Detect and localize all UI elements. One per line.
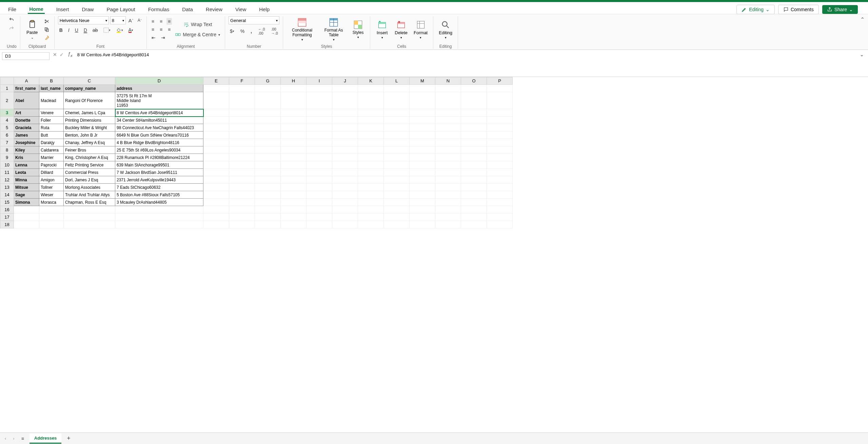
align-right-button[interactable]: ≡ [166,26,172,33]
cell[interactable] [332,132,358,139]
cell[interactable] [307,161,332,169]
row-header-7[interactable]: 7 [0,139,14,146]
cell[interactable] [435,132,461,139]
wrap-text-button[interactable]: Wrap Text [174,21,221,28]
ribbon-tab-help[interactable]: Help [258,5,271,14]
format-as-table-button[interactable]: Format As Table▾ [320,17,348,42]
cell[interactable] [358,117,384,124]
cell[interactable] [410,206,435,214]
cell[interactable]: 34 Center StHamilton45011 [115,117,203,124]
fill-color-button[interactable]: ▾ [115,27,124,34]
cell[interactable] [115,214,203,221]
cell[interactable] [435,161,461,169]
cell[interactable] [358,161,384,169]
cell[interactable]: Ruta [39,124,64,132]
row-header-17[interactable]: 17 [0,214,14,221]
cell[interactable] [384,146,410,154]
font-color-button[interactable]: A▾ [127,26,135,34]
cell[interactable] [435,221,461,228]
col-header-P[interactable]: P [487,77,513,85]
cell[interactable] [410,117,435,124]
cell[interactable] [435,109,461,117]
cell[interactable] [255,117,281,124]
row-header-10[interactable]: 10 [0,161,14,169]
cell[interactable] [255,214,281,221]
cell[interactable] [461,169,487,176]
borders-button[interactable]: ▾ [102,27,112,34]
cell[interactable] [461,221,487,228]
cell[interactable] [461,214,487,221]
cell[interactable] [203,154,229,161]
redo-button[interactable] [7,25,16,32]
cell[interactable] [14,221,39,228]
cell[interactable] [115,221,203,228]
cell[interactable] [461,184,487,191]
cell[interactable] [281,124,307,132]
cell[interactable] [255,109,281,117]
cell[interactable] [410,214,435,221]
cell[interactable] [229,161,255,169]
cell[interactable] [307,85,332,92]
cell[interactable]: King, Christopher A Esq [64,154,115,161]
cell[interactable] [461,92,487,109]
cell[interactable] [358,199,384,206]
ribbon-tab-view[interactable]: View [234,5,248,14]
cell[interactable] [203,184,229,191]
cell[interactable] [203,169,229,176]
cell[interactable] [203,199,229,206]
format-painter-button[interactable] [43,34,51,41]
cell[interactable]: Dilliard [39,169,64,176]
col-header-C[interactable]: C [64,77,115,85]
cell[interactable] [307,214,332,221]
cell[interactable] [358,132,384,139]
cell[interactable] [410,85,435,92]
cell[interactable] [203,146,229,154]
editing-menu-button[interactable]: Editing▾ [437,19,454,40]
row-header-4[interactable]: 4 [0,117,14,124]
cell[interactable]: Foller [39,117,64,124]
cell[interactable] [64,221,115,228]
cell[interactable]: Printing Dimensions [64,117,115,124]
cell[interactable] [307,132,332,139]
col-header-K[interactable]: K [358,77,384,85]
cell[interactable] [410,191,435,199]
cell[interactable]: Morlong Associates [64,184,115,191]
cell[interactable] [410,154,435,161]
cell[interactable]: Butt [39,132,64,139]
cell[interactable] [229,92,255,109]
cell[interactable]: Josephine [14,139,39,146]
cell[interactable]: 4 B Blue Ridge BlvdBrighton48116 [115,139,203,146]
cell[interactable] [281,92,307,109]
cell[interactable] [281,169,307,176]
cell[interactable]: James [14,132,39,139]
cell[interactable] [39,206,64,214]
cell[interactable]: 98 Connecticut Ave NwChagrin Falls44023 [115,124,203,132]
cell[interactable] [203,161,229,169]
cell[interactable] [307,199,332,206]
cell[interactable] [307,191,332,199]
cell[interactable] [461,132,487,139]
cell[interactable] [384,161,410,169]
cell[interactable] [332,161,358,169]
cell[interactable] [64,206,115,214]
cell[interactable] [487,132,513,139]
cell[interactable] [281,154,307,161]
cell[interactable] [461,191,487,199]
cell[interactable]: Amigon [39,176,64,184]
cell[interactable] [384,169,410,176]
cell[interactable]: Commercial Press [64,169,115,176]
confirm-formula-button[interactable]: ✓ [58,51,65,58]
cell[interactable] [307,169,332,176]
cell[interactable] [255,199,281,206]
ribbon-tab-review[interactable]: Review [204,5,224,14]
cell[interactable] [307,139,332,146]
cell[interactable] [384,199,410,206]
cell[interactable] [384,117,410,124]
cell[interactable] [203,124,229,132]
strikethrough-button[interactable]: ab [91,27,99,34]
cell[interactable]: Truhlar And Truhlar Attys [64,191,115,199]
cell[interactable] [332,154,358,161]
italic-button[interactable]: I [67,27,71,34]
row-header-14[interactable]: 14 [0,191,14,199]
cell[interactable]: Feltz Printing Service [64,161,115,169]
